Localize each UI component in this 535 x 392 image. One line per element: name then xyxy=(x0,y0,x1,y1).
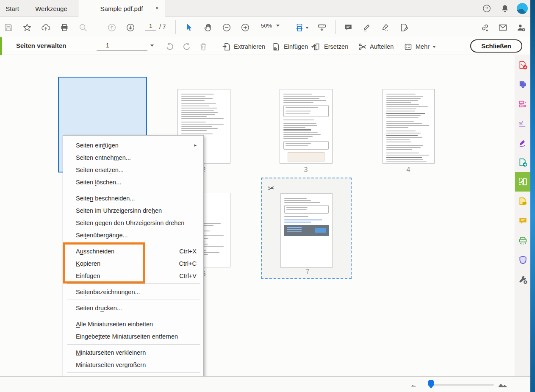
context-menu-item-seiten-drucken[interactable]: Seiten drucken... xyxy=(63,302,203,314)
sidebar-tool-create-pdf[interactable] xyxy=(515,55,531,75)
context-menu-item-ausschneiden[interactable]: AusschneidenCtrl+X xyxy=(63,245,203,257)
context-menu-item-eingebettete-miniaturseiten-entfernen[interactable]: Eingebettete Miniaturseiten entfernen xyxy=(63,330,203,342)
page-fit-button[interactable] xyxy=(293,22,310,33)
context-menu-item-seiten-ersetzen[interactable]: Seiten ersetzen... xyxy=(63,164,203,176)
previous-page-button[interactable] xyxy=(106,22,118,33)
context-menu-item-seiten-loeschen[interactable]: Seiten löschen... xyxy=(63,176,203,188)
desktop-background-strip xyxy=(530,0,535,392)
context-menu-item-seiten-entnehmen[interactable]: Seiten entnehmen... xyxy=(63,151,203,164)
context-menu-item-seiten-gegen-den-uhrzeigersinn-drehen[interactable]: Seiten gegen den Uhrzeigersinn drehen xyxy=(63,217,203,229)
menu-item-label: Einfügen xyxy=(76,272,100,279)
export-pdf-icon xyxy=(518,80,528,89)
tab-werkzeuge[interactable]: Werkzeuge xyxy=(25,0,78,17)
context-menu-item-seiten-beschneiden[interactable]: Seiten beschneiden... xyxy=(63,192,203,204)
rotate-cw-button[interactable] xyxy=(181,41,192,52)
sign-tool-button[interactable] xyxy=(380,22,391,33)
next-page-button[interactable] xyxy=(125,22,136,33)
context-menu-item-seitenuebergaenge[interactable]: Seitenübergänge... xyxy=(63,229,203,241)
upload-cloud-button[interactable] xyxy=(40,22,52,33)
close-tab-icon[interactable]: × xyxy=(155,5,159,11)
highlight-tool-button[interactable] xyxy=(361,22,373,33)
context-menu-item-alle-miniaturseiten-einbetten[interactable]: Alle Miniaturseiten einbetten xyxy=(63,318,203,330)
sidebar-tool-comment[interactable] xyxy=(515,211,531,231)
select-tool-button[interactable] xyxy=(183,22,195,33)
more-options-button[interactable]: Mehr xyxy=(404,41,436,52)
page-number-input[interactable]: 1 xyxy=(145,22,156,31)
comment-icon xyxy=(518,216,528,226)
sidebar-tool-page-comment[interactable] xyxy=(515,192,531,211)
page7-banner-graphic xyxy=(284,225,329,236)
extract-pages-button[interactable]: Extrahieren xyxy=(222,41,265,52)
zoom-out-button[interactable] xyxy=(221,22,233,33)
zoom-level-select[interactable]: 50% xyxy=(259,22,283,29)
sidebar-tool-protect[interactable] xyxy=(515,250,531,270)
green-accent-bar xyxy=(0,37,2,55)
favorite-star-button[interactable] xyxy=(21,22,33,33)
delete-pages-button[interactable] xyxy=(198,41,209,52)
print-button[interactable] xyxy=(58,22,70,33)
notifications-bell-icon[interactable] xyxy=(499,3,510,14)
context-menu-item-miniaturseiten-verkleinern[interactable]: Miniaturseiten verkleinern xyxy=(63,346,203,359)
comment-tool-button[interactable] xyxy=(342,22,354,33)
chevron-down-icon[interactable] xyxy=(150,44,154,47)
toolbar-title: Seiten verwalten xyxy=(16,42,66,49)
thumbnail-page-7[interactable] xyxy=(280,193,333,268)
save-button[interactable] xyxy=(3,22,14,33)
hand-tool-button[interactable] xyxy=(202,22,214,33)
edit-pdf-icon xyxy=(518,99,528,109)
avatar[interactable] xyxy=(517,3,528,14)
slider-handle[interactable] xyxy=(428,380,434,389)
help-icon[interactable]: ? xyxy=(481,3,492,14)
context-menu-item-seiten-einfuegen[interactable]: Seiten einfügen▸ xyxy=(63,139,203,151)
organize-pages-icon xyxy=(518,177,528,187)
context-menu-item-einfuegen[interactable]: EinfügenCtrl+V xyxy=(63,270,203,282)
sidebar-tool-fill-and-sign[interactable]: xℓ xyxy=(515,114,531,133)
context-menu-item-seiten-im-uhrzeigersinn-drehen[interactable]: Seiten im Uhrzeigersinn drehen xyxy=(63,204,203,217)
tab-start[interactable]: Start xyxy=(0,0,25,17)
context-menu-item-kopieren[interactable]: KopierenCtrl+C xyxy=(63,257,203,270)
invite-person-button[interactable] xyxy=(515,22,527,33)
context-menu-item-miniaturseiten-vergroessern[interactable]: Miniaturseiten vergrößern xyxy=(63,359,203,371)
replace-page-icon xyxy=(312,42,321,51)
sidebar-tool-organize-pages-active[interactable] xyxy=(515,172,531,192)
fill-and-sign-icon: xℓ xyxy=(518,119,528,128)
thumbnail-page-4[interactable] xyxy=(383,89,435,164)
menu-item-label: Seiten löschen... xyxy=(76,179,121,186)
share-link-button[interactable] xyxy=(479,22,491,33)
scan-ocr-icon xyxy=(518,236,528,245)
menu-item-shortcut: Ctrl+V xyxy=(179,272,197,279)
search-button[interactable] xyxy=(77,22,89,33)
page-3-label: 3 xyxy=(297,166,314,174)
zoom-in-button[interactable] xyxy=(239,22,251,33)
insert-pages-button[interactable]: Einfügen xyxy=(272,41,314,52)
close-organize-button[interactable]: Schließen xyxy=(470,39,522,53)
replace-pages-button[interactable]: Ersetzen xyxy=(312,41,348,52)
chevron-down-icon xyxy=(432,46,436,48)
sidebar-tool-sign-pen[interactable] xyxy=(515,133,531,153)
rotate-ccw-button[interactable] xyxy=(164,41,175,52)
sidebar-tool-more-tools[interactable] xyxy=(515,270,531,289)
menu-item-shortcut: Ctrl+C xyxy=(179,260,197,267)
menu-separator xyxy=(67,190,200,190)
sidebar-tool-scan-ocr[interactable] xyxy=(515,231,531,250)
sidebar-tool-export-pdf[interactable] xyxy=(515,75,531,94)
thumbnail-page-7-selected[interactable]: ✂ 7 xyxy=(261,178,352,279)
fill-sign-tool-button[interactable] xyxy=(398,22,410,33)
create-pdf-icon xyxy=(518,60,528,70)
thumbnails-larger-icon[interactable] xyxy=(497,380,508,389)
thumbnail-size-slider[interactable] xyxy=(428,384,494,386)
collapse-toolbar-button[interactable] xyxy=(316,22,328,33)
sidebar-tool-edit-pdf[interactable] xyxy=(515,94,531,114)
menu-item-label: Seitenbezeichnungen... xyxy=(76,289,140,295)
menu-separator xyxy=(67,373,200,373)
chevron-down-icon xyxy=(276,25,280,27)
page-range-input[interactable]: 1 xyxy=(97,41,147,51)
send-email-button[interactable] xyxy=(497,22,509,33)
page-total-label: / 7 xyxy=(159,23,166,30)
thumbnails-smaller-icon[interactable] xyxy=(410,381,417,389)
tab-document[interactable]: Sample pdf.pdf × xyxy=(78,0,165,17)
sidebar-tool-send-for-review[interactable] xyxy=(515,153,531,172)
thumbnail-page-3[interactable] xyxy=(280,89,333,164)
context-menu-item-seitenbezeichnungen[interactable]: Seitenbezeichnungen... xyxy=(63,286,203,298)
split-document-button[interactable]: Aufteilen xyxy=(358,41,394,52)
